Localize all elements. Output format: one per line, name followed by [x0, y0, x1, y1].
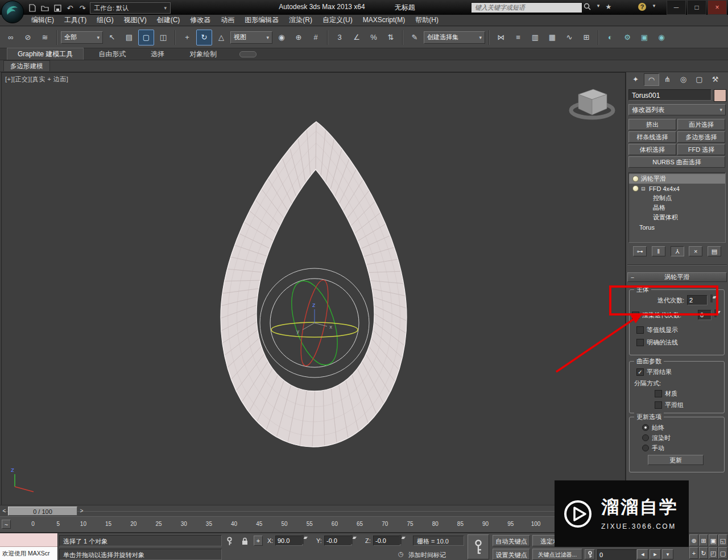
bind-to-space-warp-icon[interactable]: ≋ [37, 30, 53, 45]
modifier-stack-item[interactable]: 控制点 [629, 193, 725, 203]
align-icon[interactable]: ≡ [510, 30, 526, 45]
modifier-set-button[interactable]: 多边形选择 [677, 131, 725, 143]
add-time-tag[interactable]: 添加时间标记 [408, 551, 446, 559]
y-coordinate-field[interactable]: -0.0 [324, 536, 351, 546]
selection-filter-dropdown[interactable]: 全部▾ [61, 31, 103, 44]
modifier-stack-item[interactable]: ⊟FFD 4x4x4 [629, 184, 725, 193]
rollout-turbosmooth[interactable]: − 涡轮平滑 [627, 272, 727, 282]
tab-polygon-modeling[interactable]: 多边形建模 [3, 60, 50, 71]
set-keys-button[interactable] [468, 534, 489, 559]
render-production-icon[interactable]: ◉ [653, 30, 669, 45]
modifier-set-button[interactable]: FFD 选择 [677, 144, 725, 155]
ribbon-tab[interactable]: 对象绘制 [179, 48, 227, 60]
display-tab-icon[interactable]: ▢ [692, 73, 707, 86]
search-dropdown-icon[interactable]: ▾ [594, 3, 603, 9]
zoom-extents-icon[interactable]: ▣ [709, 534, 718, 546]
time-slider-handle[interactable]: 0 / 100 [8, 507, 77, 516]
key-filters-button[interactable]: 关键点过滤器... [532, 549, 582, 560]
maximize-button[interactable]: □ [687, 0, 706, 15]
open-file-icon[interactable] [40, 3, 50, 13]
hierarchy-tab-icon[interactable]: ⋔ [660, 73, 675, 86]
zoom-icon[interactable]: ⊕ [689, 534, 698, 546]
modifier-stack-item[interactable]: Torus [629, 222, 725, 232]
ribbon-tab[interactable]: 自由形式 [88, 48, 136, 60]
motion-tab-icon[interactable]: ◎ [676, 73, 691, 86]
modifier-list-dropdown[interactable]: 修改器列表 ▾ [628, 104, 726, 115]
maxscript-macro-pane[interactable] [0, 533, 57, 547]
configure-modifier-sets-icon[interactable]: ▤ [708, 246, 721, 256]
search-input[interactable]: 键入关键字或短语 [471, 2, 582, 13]
key-mode-toggle[interactable] [585, 549, 595, 559]
material-editor-icon[interactable]: ◐ [602, 30, 618, 45]
visibility-bulb-icon[interactable] [632, 185, 639, 192]
materials-checkbox[interactable] [655, 390, 662, 397]
iterations-input[interactable]: 2 [687, 295, 708, 305]
maxscript-mini-listener[interactable]: 欢迎使用 MAXScr [0, 533, 58, 560]
select-and-rotate-icon[interactable]: ↻ [196, 30, 212, 45]
viewport[interactable]: [+][正交][真实 + 边面] z x y z [1, 72, 626, 505]
smoothing-groups-checkbox[interactable] [655, 401, 662, 409]
infocenter-dropdown-icon[interactable]: ▾ [650, 3, 659, 9]
snap-toggle-3d-icon[interactable]: 3 [332, 30, 348, 45]
ribbon-minimize-pill[interactable] [239, 51, 257, 57]
redo-icon[interactable]: ↷ [77, 3, 88, 13]
viewcube[interactable] [571, 89, 613, 118]
rotate-gizmo[interactable]: z x y [260, 268, 369, 378]
reference-coordinate-dropdown[interactable]: 视图▾ [230, 31, 272, 44]
window-crossing-icon[interactable]: ◫ [155, 30, 171, 45]
schematic-view-icon[interactable]: ⊞ [578, 30, 594, 45]
selection-region-icon[interactable]: ▢ [138, 30, 154, 45]
update-manually-radio[interactable] [642, 445, 649, 451]
help-icon[interactable]: ? [638, 3, 646, 11]
angle-snap-icon[interactable]: ∠ [349, 30, 365, 45]
graphite-toggle-icon[interactable]: ▦ [544, 30, 560, 45]
menu-item[interactable]: 帮助(H) [410, 15, 444, 26]
ribbon-tab[interactable]: Graphite 建模工具 [7, 48, 84, 60]
object-name-field[interactable]: Torus001 [628, 89, 712, 101]
modifier-set-button[interactable]: 面片选择 [677, 119, 725, 130]
new-file-icon[interactable] [27, 3, 38, 13]
select-and-move-icon[interactable]: + [179, 30, 195, 45]
update-button[interactable]: 更新 [648, 455, 704, 465]
menu-item[interactable]: 工具(T) [59, 15, 92, 26]
mirror-icon[interactable]: ⋈ [493, 30, 509, 45]
edit-named-selections-icon[interactable]: ✎ [407, 30, 423, 45]
menu-item[interactable]: 创建(C) [152, 15, 185, 26]
3ds-max-logo[interactable] [1, 1, 24, 23]
time-slider[interactable]: < 0 / 100 > [0, 505, 626, 516]
update-when-rendering-radio[interactable] [642, 434, 649, 441]
set-key-button[interactable]: 设置关键点 [493, 549, 530, 560]
absolute-mode-toggle[interactable]: + [254, 536, 263, 546]
keyboard-override-icon[interactable]: # [308, 30, 324, 45]
rollout-collapse-icon[interactable]: − [628, 274, 637, 281]
ribbon-tab[interactable]: 选择 [140, 48, 175, 60]
save-file-icon[interactable] [52, 3, 63, 13]
pan-icon[interactable]: + [689, 547, 698, 559]
previous-key-button[interactable]: ◄ [637, 549, 648, 559]
object-color-swatch[interactable] [714, 89, 726, 102]
visibility-bulb-icon[interactable] [632, 176, 639, 182]
field-of-view-icon[interactable]: ▢ [718, 547, 727, 559]
modifier-stack-item[interactable]: 设置体积 [629, 213, 725, 222]
select-object-icon[interactable]: ↖ [104, 30, 120, 45]
zoom-region-icon[interactable]: ◱ [718, 534, 727, 546]
auto-key-button[interactable]: 自动关键点 [493, 535, 530, 546]
isoline-display-checkbox[interactable] [636, 326, 644, 334]
menu-item[interactable]: 自定义(U) [317, 15, 358, 26]
previous-frame-button[interactable]: < [1, 507, 7, 515]
maximize-viewport-icon[interactable]: ◰ [709, 547, 718, 559]
z-coordinate-field[interactable]: -0.0 [373, 536, 400, 546]
modifier-stack-item[interactable]: 涡轮平滑 [629, 174, 725, 184]
rendered-frame-window-icon[interactable]: ▣ [636, 30, 652, 45]
explicit-normals-checkbox[interactable] [636, 339, 644, 346]
isolate-key-icon[interactable] [226, 537, 233, 548]
viewport-canvas[interactable]: z x y z [2, 73, 625, 505]
menu-item[interactable]: 视图(V) [119, 15, 152, 26]
workspace-dropdown[interactable]: 工作台: 默认 ▾ [90, 2, 171, 14]
unlink-selection-icon[interactable]: ⊘ [20, 30, 36, 45]
menu-item[interactable]: 编辑(E) [26, 15, 59, 26]
percent-snap-icon[interactable]: % [366, 30, 382, 45]
x-coordinate-field[interactable]: 90.0 [275, 536, 303, 546]
menu-item[interactable]: MAXScript(M) [358, 15, 411, 26]
next-key-button[interactable]: ► [650, 549, 661, 559]
